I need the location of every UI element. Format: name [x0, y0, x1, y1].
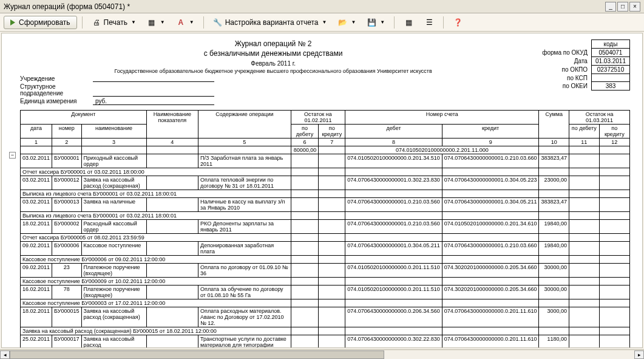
cell-name: Приходный кассовый ордер	[81, 154, 146, 168]
print-label: Печать	[104, 18, 127, 27]
wrench-icon: 🔧	[213, 18, 223, 27]
table-icon: ▦	[147, 18, 157, 27]
cell-date: 09.02.2011	[21, 264, 52, 278]
cell-sub: Выписка из лицевого счета БУ000001 от 03…	[21, 212, 291, 220]
cell-sub: Выписка из лицевого счета БУ000001 от 03…	[21, 190, 291, 198]
h-debit: дебет	[345, 125, 442, 138]
cell-num: БУ000012	[52, 176, 81, 190]
cell-name: Заявка на наличные	[81, 198, 146, 212]
cell-name: Платежное поручение (входящее)	[81, 264, 146, 278]
cell-sum: 30000,00	[539, 285, 569, 299]
scroll-right-button[interactable]: ▸	[634, 350, 644, 359]
h-op: Содержание операции	[198, 111, 291, 138]
maximize-button[interactable]: □	[617, 2, 628, 12]
chevron-down-icon: ▼	[380, 19, 385, 25]
col-num: 9	[442, 138, 539, 146]
cell-sub: Отчет кассира БУ000005 от 08.02.2011 23:…	[21, 234, 291, 242]
disk-button[interactable]: 💾▼	[362, 15, 389, 30]
print-button[interactable]: 🖨 Печать ▼	[87, 15, 140, 30]
col-num: 4	[146, 138, 198, 146]
col-num: 1	[21, 138, 52, 146]
settings-button[interactable]: 🔧 Настройка варианта отчета ▼	[209, 15, 331, 30]
h-num: номер	[52, 125, 81, 138]
printer-icon: 🖨	[92, 18, 101, 27]
chevron-down-icon: ▼	[131, 19, 136, 25]
cell-op: РКО Депоненты зарплаты за январь 2011	[198, 220, 291, 234]
cell-date: 03.02.2011	[21, 154, 52, 168]
cell-debit: 074.0105020100000000.0.201.11.510	[345, 285, 442, 299]
cell-op: Наличные в кассу на выплату з/п за Январ…	[198, 198, 291, 212]
cell-name: Платежное поручение (входящее)	[81, 285, 146, 299]
cell-op: Оплата по договору от 01.09.10 № 36	[198, 264, 291, 278]
code-value: 02372510	[591, 66, 629, 74]
code-value	[591, 74, 629, 82]
cell-date: 09.02.2011	[21, 242, 52, 256]
cell-op: Оплата расходных материалов. Аванс по До…	[198, 307, 291, 327]
cell-credit: 074.0706430000000000.0.201.11.610	[442, 335, 539, 349]
cell-op: Транспортные услуги по доставке материал…	[198, 335, 291, 349]
code-value: 0504071	[591, 49, 629, 57]
h-acc: Номер счета	[345, 111, 539, 125]
cell-num: БУ000017	[52, 335, 81, 349]
col-num: 5	[198, 138, 291, 146]
cell-op: Депонированная заработная плата	[198, 242, 291, 256]
cell-credit: 074.0706430000000001.0.210.03.660	[442, 154, 539, 168]
h-ind: Наименование показателя	[146, 111, 198, 138]
grid-button[interactable]: ▦	[399, 15, 418, 30]
chevron-down-icon: ▼	[351, 19, 356, 25]
form-button[interactable]: Сформировать	[4, 16, 77, 29]
operations-grid: Документ Наименование показателя Содержа…	[20, 110, 630, 348]
open-button[interactable]: 📂▼	[333, 15, 360, 30]
h-credit: кредит	[442, 125, 539, 138]
cell-credit: 074.0706430000000001.0.304.05.211	[442, 198, 539, 212]
cell-debit: 074.0105020100000000.0.201.34.510	[345, 154, 442, 168]
report-org: Государственное образовательное бюджетно…	[20, 68, 526, 74]
h-name: наименование	[81, 125, 146, 138]
horizontal-scrollbar[interactable]: ◂ ▸	[0, 349, 644, 359]
font-icon: A	[176, 18, 186, 27]
cell-debit: 074.0706430000000001.0.302.23.830	[345, 176, 442, 190]
cell-debit: 074.0706430000000001.0.210.03.560	[345, 198, 442, 212]
scroll-thumb[interactable]	[10, 350, 384, 359]
cell-name: Заявка на кассовый расход (сокращенная)	[81, 176, 146, 190]
lbl-unit: Единица измерения	[20, 98, 93, 105]
scroll-left-button[interactable]: ◂	[0, 350, 10, 359]
col-num: 6	[291, 138, 319, 146]
code-label: по ОКЕИ	[538, 82, 591, 91]
cell-sub: Заявка на кассовый расход (сокращенная) …	[21, 327, 291, 335]
report-viewport[interactable]: − Журнал операций № 2 с безналичными ден…	[1, 33, 643, 348]
h-bal1: Остаток на 01.02.2011	[291, 111, 345, 125]
codes-table: коды форма по ОКУД0504071Дата01.03.2011п…	[538, 39, 630, 91]
minimize-button[interactable]: _	[605, 2, 616, 12]
help-button[interactable]: ❓	[449, 15, 467, 30]
cell-credit: 074.0706430000000000.0.201.11.610	[442, 307, 539, 327]
grid-icon: ▦	[404, 18, 413, 27]
h-date: дата	[21, 125, 52, 138]
cell-num: БУ000002	[52, 220, 81, 234]
cell-num: 78	[52, 285, 81, 299]
cell-num: 23	[52, 264, 81, 278]
h-dt2: по дебету	[569, 125, 600, 138]
font-button[interactable]: A▼	[172, 15, 198, 30]
h-dt1: по дебету	[291, 125, 319, 138]
cell-sum: 1180,00	[539, 335, 569, 349]
code-label: форма по ОКУД	[538, 49, 591, 57]
collapse-button[interactable]: −	[9, 152, 16, 159]
cell-debit: 074.0706430000000001.0.210.03.560	[345, 220, 442, 234]
cell-debit: 074.0706430000000000.0.206.34.560	[345, 307, 442, 327]
col-num: 7	[319, 138, 345, 146]
save-button[interactable]: ▦▼	[143, 15, 169, 30]
col-num: 12	[599, 138, 629, 146]
cell-sub: Кассовое поступление БУ000003 от 17.02.2…	[21, 299, 291, 307]
close-button[interactable]: ×	[629, 2, 640, 12]
cell-sum: 30000,00	[539, 264, 569, 278]
list-button[interactable]: ☰	[420, 15, 438, 30]
cell-date: 16.02.2011	[21, 285, 52, 299]
cell-sub: Отчет кассира БУ000001 от 03.02.2011 18:…	[21, 168, 291, 176]
cell-sub: Кассовое поступление БУ000006 от 09.02.2…	[21, 256, 291, 264]
cell-date: 25.02.2011	[21, 335, 52, 349]
cell-num: БУ000001	[52, 154, 81, 168]
report-title-2: с безналичными денежными средствами	[20, 49, 526, 58]
report-period: Февраль 2011 г.	[20, 60, 526, 67]
cell-num: БУ000013	[52, 198, 81, 212]
